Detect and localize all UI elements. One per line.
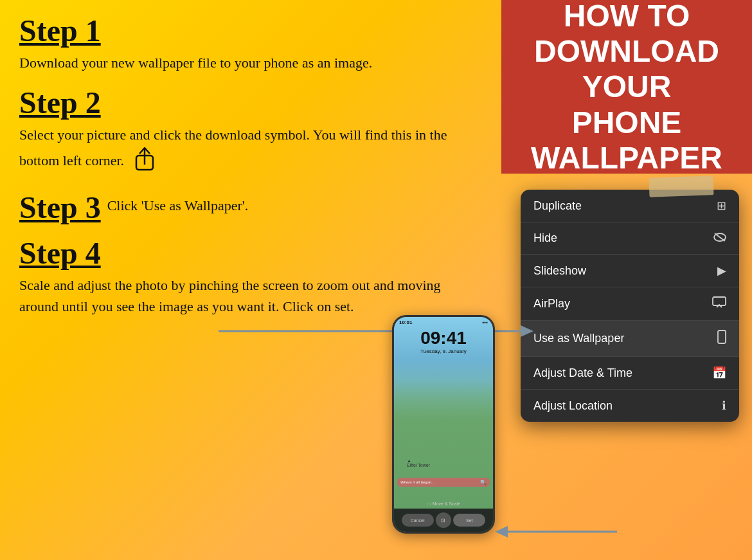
- step4-text: Scale and adjust the photo by pinching t…: [19, 275, 482, 317]
- step1-heading: Step 1: [19, 13, 101, 48]
- title-line1: HOW TO: [564, 0, 690, 33]
- phone-search-bar: Where it all began... 🔍: [397, 478, 490, 487]
- menu-item-hide[interactable]: Hide: [521, 222, 739, 255]
- phone-date: Tuesday, 9. January: [394, 348, 493, 354]
- step3-heading: Step 3: [19, 190, 101, 225]
- phone-cancel-btn[interactable]: Cancel: [402, 514, 434, 527]
- set-button-arrow: [495, 522, 623, 541]
- phone-mockup: 10:01 ▪▪▪ 09:41 Tuesday, 9. January ▲ Ei…: [392, 315, 495, 534]
- eiffel-label: Eiffel Tower: [407, 463, 430, 467]
- phone-map-overlay: [394, 381, 493, 509]
- duplicate-icon: ⊞: [717, 199, 726, 213]
- menu-item-location[interactable]: Adjust Location ℹ: [521, 390, 739, 422]
- airplay-icon: [712, 296, 726, 311]
- menu-item-location-label: Adjust Location: [533, 399, 613, 413]
- step4-heading: Step 4: [19, 235, 101, 271]
- phone-screen: 10:01 ▪▪▪ 09:41 Tuesday, 9. January ▲ Ei…: [394, 317, 493, 532]
- phone-big-time: 09:41: [394, 328, 493, 348]
- phone-search-text: Where it all began...: [400, 480, 434, 484]
- left-content: Step 1 Download your new wallpaper file …: [19, 13, 482, 329]
- context-menu: Duplicate ⊞ Hide Slideshow ▶ AirPlay Use…: [521, 190, 739, 422]
- move-scale-label: ↑↓ Move & Scale: [394, 501, 493, 506]
- phone-time-small: 10:01: [399, 320, 412, 325]
- menu-item-duplicate-label: Duplicate: [533, 199, 582, 213]
- phone-set-btn[interactable]: Set: [453, 514, 485, 527]
- eiffel-marker: ▲ Eiffel Tower: [407, 458, 430, 467]
- step4-section: Step 4 Scale and adjust the photo by pin…: [19, 235, 482, 317]
- wallpaper-icon: [717, 330, 726, 347]
- menu-item-hide-label: Hide: [533, 231, 557, 245]
- step1-section: Step 1 Download your new wallpaper file …: [19, 13, 482, 73]
- menu-item-date-time[interactable]: Adjust Date & Time 📅: [521, 357, 739, 390]
- step2-heading: Step 2: [19, 85, 101, 120]
- phone-bottom-bar: Cancel ⊡ Set: [394, 509, 493, 532]
- title-line2: DOWNLOAD YOUR: [534, 34, 719, 104]
- hide-icon: [713, 231, 726, 245]
- phone-status-bar: 10:01 ▪▪▪: [394, 317, 493, 327]
- slideshow-icon: ▶: [717, 264, 726, 278]
- tape-strip: [649, 176, 714, 197]
- step1-text: Download your new wallpaper file to your…: [19, 52, 482, 73]
- step2-section: Step 2 Select your picture and click the…: [19, 85, 482, 178]
- title-line3: PHONE: [572, 105, 682, 140]
- menu-item-airplay[interactable]: AirPlay: [521, 287, 739, 321]
- share-icon: [133, 145, 156, 178]
- phone-signal: ▪▪▪: [482, 320, 488, 325]
- title-text: HOW TO DOWNLOAD YOUR PHONE WALLPAPER: [514, 0, 739, 176]
- svg-marker-9: [495, 526, 508, 537]
- datetime-icon: 📅: [712, 366, 726, 380]
- menu-item-slideshow[interactable]: Slideshow ▶: [521, 255, 739, 287]
- search-icon: 🔍: [480, 480, 487, 485]
- title-box: HOW TO DOWNLOAD YOUR PHONE WALLPAPER: [501, 0, 752, 174]
- menu-item-airplay-label: AirPlay: [533, 297, 570, 311]
- step3-section: Step 3 Click 'Use as Wallpaper'.: [19, 190, 482, 229]
- svg-rect-5: [718, 330, 726, 343]
- svg-marker-7: [521, 325, 533, 337]
- menu-item-wallpaper-label: Use as Wallpaper: [533, 332, 624, 345]
- step3-click-text: Click 'Use as Wallpaper'.: [107, 195, 249, 216]
- location-icon: ℹ: [722, 399, 726, 413]
- phone-center-btn: ⊡: [436, 512, 451, 528]
- title-line4: WALLPAPER: [531, 141, 722, 175]
- menu-item-slideshow-label: Slideshow: [533, 264, 586, 278]
- menu-item-wallpaper[interactable]: Use as Wallpaper: [521, 321, 739, 357]
- menu-item-datetime-label: Adjust Date & Time: [533, 366, 632, 380]
- step2-text: Select your picture and click the downlo…: [19, 124, 482, 178]
